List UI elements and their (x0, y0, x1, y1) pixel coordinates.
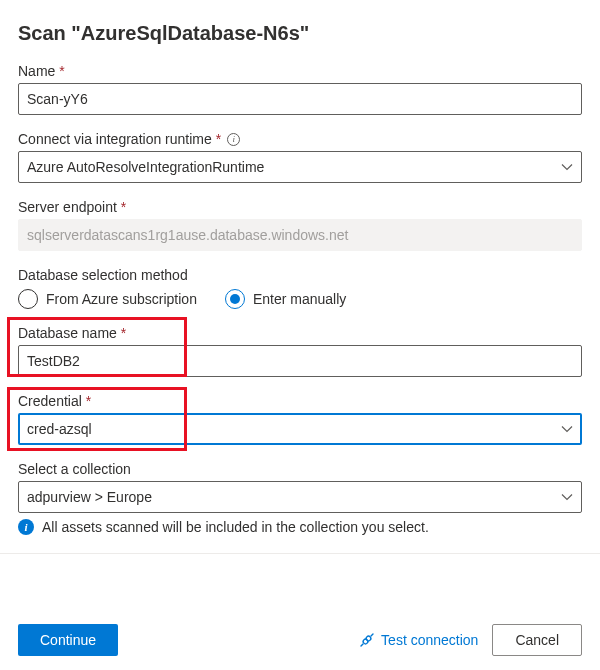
dbname-input[interactable]: TestDB2 (18, 345, 582, 377)
chevron-down-icon (561, 491, 573, 503)
chevron-down-icon (561, 161, 573, 173)
dbname-label: Database name * (18, 325, 582, 341)
cancel-button[interactable]: Cancel (492, 624, 582, 656)
name-label: Name * (18, 63, 582, 79)
test-connection-button[interactable]: Test connection (359, 632, 478, 648)
plug-icon (359, 632, 375, 648)
runtime-select[interactable]: Azure AutoResolveIntegrationRuntime (18, 151, 582, 183)
info-icon: i (18, 519, 34, 535)
collection-select[interactable]: adpurview > Europe (18, 481, 582, 513)
radio-icon (225, 289, 245, 309)
endpoint-input: sqlserverdatascans1rg1ause.database.wind… (18, 219, 582, 251)
radio-enter-manually[interactable]: Enter manually (225, 289, 346, 309)
name-input[interactable]: Scan-yY6 (18, 83, 582, 115)
chevron-down-icon (561, 423, 573, 435)
continue-button[interactable]: Continue (18, 624, 118, 656)
required-marker: * (121, 325, 126, 341)
required-marker: * (59, 63, 64, 79)
credential-select[interactable]: cred-azsql (18, 413, 582, 445)
info-text: All assets scanned will be included in t… (42, 519, 429, 535)
required-marker: * (121, 199, 126, 215)
radio-from-subscription[interactable]: From Azure subscription (18, 289, 197, 309)
required-marker: * (216, 131, 221, 147)
endpoint-label: Server endpoint * (18, 199, 582, 215)
credential-label: Credential * (18, 393, 582, 409)
radio-icon (18, 289, 38, 309)
divider (0, 553, 600, 554)
required-marker: * (86, 393, 91, 409)
runtime-label: Connect via integration runtime * i (18, 131, 582, 147)
info-icon[interactable]: i (227, 133, 240, 146)
collection-label: Select a collection (18, 461, 582, 477)
selection-label: Database selection method (18, 267, 582, 283)
page-title: Scan "AzureSqlDatabase-N6s" (18, 22, 582, 45)
